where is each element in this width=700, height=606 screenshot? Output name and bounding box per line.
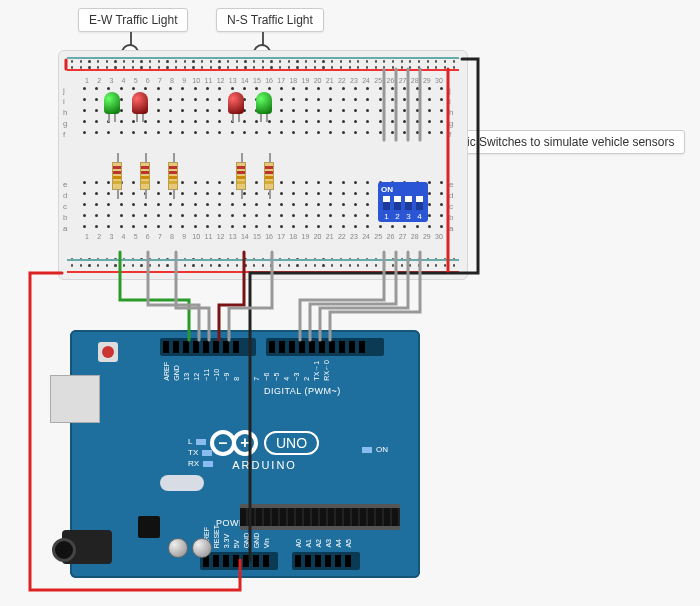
dip-sw-2[interactable] [394,196,401,210]
resistor [168,162,178,190]
analog-pin-labels: A0A1A2A3A4A5 [295,539,351,548]
digital-header-right[interactable] [266,338,384,356]
dip-sw-3[interactable] [405,196,412,210]
resistor [264,162,274,190]
resistor [112,162,122,190]
analog-header[interactable] [292,552,360,570]
reset-button[interactable] [98,342,118,362]
dip-on-label: ON [381,185,425,194]
green-led [256,92,272,114]
capacitor [168,538,188,558]
arduino-uno: AREFGND1312~11~10~987~6~54~32TX→1RX←0 DI… [70,330,420,578]
power-led: ON [362,445,388,454]
arduino-logo: –+ UNO ARDUINO [210,430,319,471]
power-header[interactable] [200,552,278,570]
dip-switch[interactable]: ON 1 2 3 4 [378,182,428,222]
ns-light-label: N-S Traffic Light [216,8,324,32]
dip-sw-4[interactable] [416,196,423,210]
dip-sw-1[interactable] [383,196,390,210]
usb-port [50,375,100,423]
crystal [160,475,204,491]
red-led [228,92,244,114]
tx-rx-leds: L TX RX [188,437,213,470]
green-led [104,92,120,114]
capacitor [192,538,212,558]
red-led [132,92,148,114]
ew-light-label: E-W Traffic Light [78,8,188,32]
atmega-chip [240,504,400,530]
digital-pin-labels: AREFGND1312~11~10~987~6~54~32TX→1RX←0 [163,360,329,381]
power-jack [62,530,112,564]
resistor [236,162,246,190]
circuit-diagram: E-W Traffic Light N-S Traffic Light Logi… [0,0,700,606]
regulator-chip [138,516,160,538]
digital-header-left[interactable] [160,338,256,356]
sensor-label: Logic Switches to simulate vehicle senso… [436,130,685,154]
resistor [140,162,150,190]
digital-section-label: DIGITAL (PWM~) [264,386,341,396]
